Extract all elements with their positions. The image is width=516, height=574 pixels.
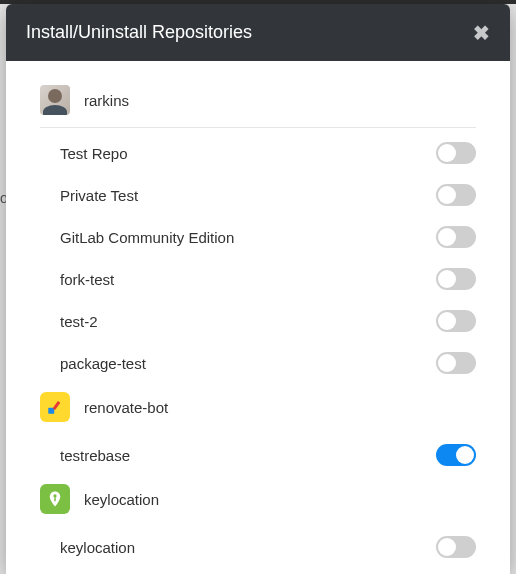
modal-header: Install/Uninstall Repositories ✖	[6, 4, 510, 61]
repo-name: test-2	[60, 313, 98, 330]
repo-toggle[interactable]	[436, 310, 476, 332]
svg-rect-1	[53, 401, 61, 410]
avatar	[40, 484, 70, 514]
owner-name: rarkins	[84, 92, 129, 109]
repo-row: keylocation	[40, 526, 476, 568]
repo-name: keylocation	[60, 539, 135, 556]
repo-row: GitLab Community Edition	[40, 216, 476, 258]
owner-name: keylocation	[84, 491, 159, 508]
owner-row-renovate-bot: renovate-bot	[40, 384, 476, 434]
owner-row-keylocation: keylocation	[40, 476, 476, 526]
install-repos-modal: Install/Uninstall Repositories ✖ rarkins…	[6, 4, 510, 574]
pin-key-icon	[46, 490, 64, 508]
repo-toggle[interactable]	[436, 352, 476, 374]
owner-row-rarkins: rarkins	[40, 77, 476, 128]
close-icon[interactable]: ✖	[473, 23, 490, 43]
modal-title: Install/Uninstall Repositories	[26, 22, 252, 43]
repo-name: fork-test	[60, 271, 114, 288]
repo-row: testrebase	[40, 434, 476, 476]
repo-row: fork-test	[40, 258, 476, 300]
repo-name: Private Test	[60, 187, 138, 204]
owner-name: renovate-bot	[84, 399, 168, 416]
svg-point-2	[53, 494, 56, 497]
repo-row: package-test	[40, 342, 476, 384]
repo-toggle[interactable]	[436, 536, 476, 558]
repo-name: Test Repo	[60, 145, 128, 162]
repo-name: GitLab Community Edition	[60, 229, 234, 246]
repo-name: package-test	[60, 355, 146, 372]
brush-icon	[46, 398, 64, 416]
repo-toggle[interactable]	[436, 142, 476, 164]
svg-rect-3	[54, 498, 56, 502]
repo-row: Private Test	[40, 174, 476, 216]
repo-row: Test Repo	[40, 132, 476, 174]
repo-toggle[interactable]	[436, 226, 476, 248]
avatar	[40, 85, 70, 115]
repo-name: testrebase	[60, 447, 130, 464]
repo-toggle[interactable]	[436, 268, 476, 290]
modal-body: rarkins Test Repo Private Test GitLab Co…	[6, 61, 510, 574]
repo-row: test-2	[40, 300, 476, 342]
repo-toggle[interactable]	[436, 184, 476, 206]
repo-toggle[interactable]	[436, 444, 476, 466]
avatar	[40, 392, 70, 422]
